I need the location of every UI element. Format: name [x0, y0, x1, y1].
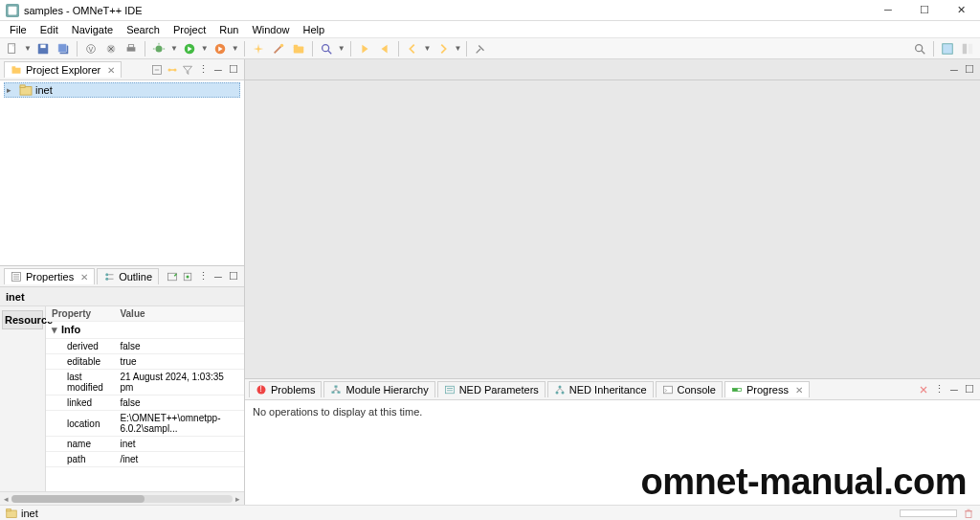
version-button[interactable]: v [82, 40, 100, 57]
table-row[interactable]: nameinet [46, 437, 244, 452]
close-icon[interactable]: ✕ [107, 65, 115, 76]
skip-button[interactable] [102, 40, 120, 57]
group-row[interactable]: ▾Info [46, 322, 244, 339]
trash-icon[interactable] [963, 508, 974, 519]
menu-search[interactable]: Search [121, 22, 166, 37]
collapse-all-button[interactable] [150, 63, 164, 77]
properties-tab[interactable]: Properties ✕ [4, 268, 95, 284]
back-button[interactable] [404, 40, 421, 57]
outline-tab[interactable]: Outline [97, 268, 159, 284]
tab-module-hierarchy[interactable]: Module Hierarchy [323, 381, 434, 397]
next-annotation-button[interactable] [356, 40, 373, 57]
prev-annotation-button[interactable] [376, 40, 393, 57]
svg-point-15 [279, 43, 283, 47]
view-menu-button[interactable]: ⋮ [196, 270, 210, 283]
menu-help[interactable]: Help [298, 22, 331, 37]
minimize-editor-button[interactable]: ─ [947, 63, 961, 77]
print-button[interactable] [122, 40, 140, 57]
maximize-pane-button[interactable]: ☐ [227, 270, 240, 283]
clear-button[interactable] [917, 383, 930, 396]
scroll-right-icon[interactable]: ▸ [235, 494, 240, 504]
tab-ned-inheritance[interactable]: NED Inheritance [547, 381, 654, 397]
tree-caret-icon[interactable]: ▸ [7, 85, 16, 95]
chevron-down-icon[interactable]: ▼ [170, 44, 178, 53]
minimize-pane-button[interactable]: ─ [947, 383, 961, 396]
folders-button[interactable] [290, 40, 307, 57]
chevron-down-icon[interactable]: ▼ [201, 44, 209, 53]
maximize-pane-button[interactable]: ☐ [963, 383, 976, 396]
show-categories-button[interactable] [166, 270, 179, 283]
chevron-down-icon[interactable]: ▼ [338, 44, 345, 53]
maximize-pane-button[interactable]: ☐ [227, 63, 240, 77]
profile-button[interactable] [212, 40, 229, 57]
menu-window[interactable]: Window [246, 22, 295, 37]
chevron-down-icon[interactable]: ▼ [424, 44, 432, 53]
filter-button[interactable] [181, 63, 194, 77]
maximize-button[interactable]: ☐ [915, 4, 934, 16]
hierarchy-icon [330, 384, 342, 396]
forward-button[interactable] [434, 40, 452, 57]
tree-item-inet[interactable]: ▸ inet [4, 82, 240, 98]
quick-access-button[interactable] [911, 40, 928, 57]
horizontal-scrollbar[interactable]: ◂ ▸ [0, 491, 244, 505]
project-tree[interactable]: ▸ inet [0, 80, 244, 265]
run-button[interactable] [181, 40, 198, 57]
pin-button[interactable] [472, 40, 489, 57]
category-resource[interactable]: Resource [2, 310, 43, 329]
search-button[interactable] [318, 40, 335, 57]
table-row[interactable]: linkedfalse [46, 396, 244, 411]
prop-name: linked [46, 396, 114, 411]
tab-console[interactable]: Console [656, 381, 723, 397]
editor-area[interactable] [245, 80, 980, 378]
scroll-left-icon[interactable]: ◂ [4, 494, 9, 504]
sparkle-button[interactable] [250, 40, 267, 57]
view-menu-button[interactable]: ⋮ [932, 383, 946, 396]
table-row[interactable]: editabletrue [46, 354, 244, 370]
svg-point-44 [561, 392, 564, 395]
tab-ned-parameters[interactable]: NED Parameters [437, 381, 546, 397]
table-row[interactable]: locationE:\OMNET++\omnetpp-6.0.2\sampl..… [46, 411, 244, 437]
menu-navigate[interactable]: Navigate [66, 22, 119, 37]
properties-table[interactable]: Property Value ▾Info derivedfalse editab… [46, 306, 244, 491]
debug-button[interactable] [150, 40, 167, 57]
menu-file[interactable]: File [4, 22, 33, 37]
open-perspective-button[interactable] [959, 40, 976, 57]
tab-problems[interactable]: ! Problems [249, 381, 322, 397]
save-button[interactable] [34, 40, 52, 57]
pin-properties-button[interactable] [181, 270, 194, 283]
prop-value: false [114, 396, 244, 411]
chevron-down-icon[interactable]: ▼ [232, 44, 239, 53]
maximize-editor-button[interactable]: ☐ [963, 63, 976, 77]
wand-button[interactable] [270, 40, 287, 57]
table-header-row: Property Value [46, 306, 244, 322]
svg-rect-17 [293, 44, 297, 47]
menu-run[interactable]: Run [213, 22, 244, 37]
table-row[interactable]: path/inet [46, 452, 244, 467]
svg-point-43 [555, 392, 558, 395]
tab-progress[interactable]: Progress ✕ [724, 381, 810, 397]
heap-indicator[interactable] [900, 509, 957, 517]
minimize-button[interactable]: ─ [879, 4, 898, 16]
link-editor-button[interactable] [166, 63, 179, 77]
console-icon [662, 384, 674, 396]
chevron-down-icon[interactable]: ▼ [455, 44, 462, 53]
close-button[interactable]: ✕ [951, 4, 970, 16]
svg-rect-22 [969, 43, 972, 54]
view-menu-button[interactable]: ⋮ [196, 63, 210, 77]
minimize-pane-button[interactable]: ─ [212, 270, 225, 283]
table-row[interactable]: last modified21 August 2024, 1:03:35 pm [46, 370, 244, 396]
minimize-pane-button[interactable]: ─ [212, 63, 225, 77]
chevron-down-icon[interactable]: ▼ [24, 44, 32, 53]
properties-categories: Resource [0, 306, 46, 491]
close-icon[interactable]: ✕ [80, 272, 88, 283]
close-icon[interactable]: ✕ [795, 385, 803, 396]
new-button[interactable] [4, 40, 21, 57]
menu-edit[interactable]: Edit [34, 22, 64, 37]
save-all-button[interactable] [55, 40, 72, 57]
scroll-thumb[interactable] [11, 495, 233, 503]
perspective-sim-button[interactable] [939, 40, 956, 57]
menu-project[interactable]: Project [167, 22, 212, 37]
project-explorer-tab[interactable]: Project Explorer ✕ [4, 61, 122, 78]
table-row[interactable]: derivedfalse [46, 339, 244, 354]
separator [77, 41, 78, 57]
